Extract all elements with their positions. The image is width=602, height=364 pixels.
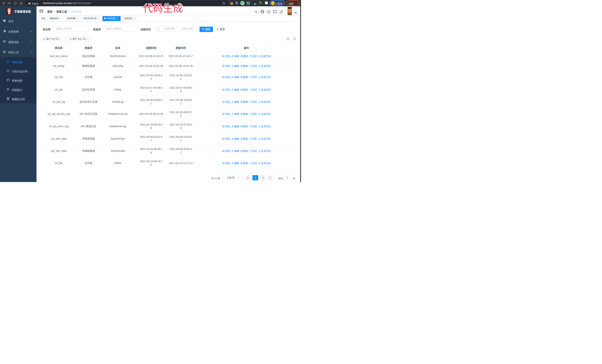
svg-text:on: on <box>254 3 256 5</box>
svg-text:1: 1 <box>231 3 232 5</box>
